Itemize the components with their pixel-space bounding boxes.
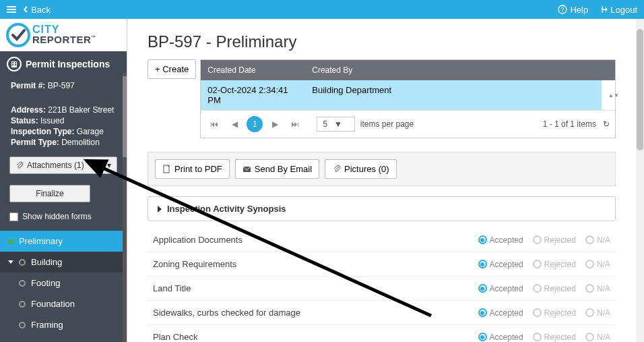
pager-info: 1 - 1 of 1 items [543,119,596,129]
radio-icon [585,308,594,317]
svg-rect-7 [15,64,16,65]
pager-next-icon[interactable]: ▶ [267,116,283,132]
option-rejected[interactable]: Rejected [533,235,576,245]
nav-framing[interactable]: Framing [0,314,127,335]
permit-info: Permit #: BP-597 [0,77,127,94]
checklist-label: Sidewalks, curbs checked for damage [153,308,478,318]
radio-icon [533,260,542,268]
svg-rect-5 [15,62,16,63]
status-ring-icon [19,259,26,266]
sidebar-header: Permit Inspections [0,51,127,77]
nav-foundation[interactable]: Foundation [0,293,127,314]
checklist-label: Plan Check [153,332,478,342]
option-na[interactable]: N/A [585,284,610,293]
radio-icon [533,284,542,293]
chevron-down-icon: ▾ [107,161,111,170]
email-button[interactable]: Send By Email [235,159,319,179]
checkbox-icon [9,212,18,221]
status-ring-icon [19,280,26,287]
radio-icon [533,333,542,341]
option-rejected[interactable]: Rejected [533,333,576,342]
pager-last-icon[interactable]: ⏭ [287,116,303,132]
svg-rect-6 [12,64,13,65]
menu-icon[interactable] [7,5,16,14]
logo-icon [5,22,31,48]
nav-footing[interactable]: Footing [0,273,127,293]
checklist-row: Application Documents Accepted Rejected … [148,228,616,252]
checklist-label: Land Title [153,283,478,293]
radio-icon [478,284,487,293]
table-row[interactable]: 02-Oct-2024 2:34:41 PM Building Departme… [201,80,615,110]
checklist-row: Land Title Accepted Rejected N/A [148,277,616,301]
back-button[interactable]: Back [23,5,51,15]
checklist: Application Documents Accepted Rejected … [148,228,616,342]
option-rejected[interactable]: Rejected [533,308,576,318]
page-size-select[interactable]: 5 ▼ [317,117,355,132]
pdf-icon [162,165,171,173]
checklist-row: Sidewalks, curbs checked for damage Acce… [148,301,616,325]
pager-prev-icon[interactable]: ◀ [226,116,243,132]
radio-icon [585,235,594,244]
synopsis-header[interactable]: Inspection Activity Synopsis [148,196,616,221]
nav-preliminary[interactable]: Preliminary [0,231,127,252]
table-pager: ⏮ ◀ 1 ▶ ⏭ 5 ▼ items per page 1 - 1 of 1 … [201,110,615,138]
topbar: Back ? Help Logout [0,0,644,19]
paperclip-icon [332,165,341,173]
checklist-label: Zoning Requirements [153,259,478,269]
radio-icon [533,308,542,317]
radio-icon [478,260,487,268]
option-accepted[interactable]: Accepted [478,260,523,269]
option-accepted[interactable]: Accepted [478,235,523,245]
option-na[interactable]: N/A [585,260,610,269]
table-header: Created Date Created By [201,60,615,80]
building-icon [7,57,22,72]
show-hidden-checkbox[interactable]: Show hidden forms [0,208,127,225]
caret-down-icon [8,260,13,264]
checklist-label: Application Documents [153,235,478,245]
status-ring-icon [19,322,26,329]
sidebar: CITY REPORTER™ Permit Inspections Permit… [0,19,127,342]
logout-icon [598,5,608,14]
radio-icon [585,284,594,293]
sidebar-nav: Preliminary Building Footing Foundation … [0,231,127,342]
finalize-button[interactable]: Finalize [9,185,90,202]
option-accepted[interactable]: Accepted [478,284,523,293]
status-dot-icon [8,239,13,244]
email-icon [243,165,251,173]
checklist-row: Plan Check Accepted Rejected N/A [148,325,616,342]
pager-first-icon[interactable]: ⏮ [206,116,222,132]
option-na[interactable]: N/A [585,308,610,318]
radio-icon [585,260,594,268]
content-scrollbar[interactable] [636,19,644,342]
nav-insulation[interactable]: Insulation [0,335,127,342]
option-accepted[interactable]: Accepted [478,308,523,318]
action-bar: Print to PDF Send By Email Pictures (0) [148,152,616,186]
radio-icon [478,333,487,341]
help-link[interactable]: ? Help [558,5,588,15]
status-ring-icon [19,301,26,308]
option-rejected[interactable]: Rejected [533,284,576,293]
radio-icon [533,235,542,244]
option-rejected[interactable]: Rejected [533,260,576,269]
checklist-row: Zoning Requirements Accepted Rejected N/… [148,252,616,277]
print-button[interactable]: Print to PDF [155,159,230,179]
help-icon: ? [558,5,567,14]
option-na[interactable]: N/A [585,333,610,342]
pictures-button[interactable]: Pictures (0) [325,159,396,179]
pager-current[interactable]: 1 [247,116,263,132]
refresh-icon[interactable]: ↻ [603,119,610,129]
create-button[interactable]: + Create [148,59,196,79]
logo: CITY REPORTER™ [0,19,127,51]
nav-building[interactable]: Building [0,252,127,273]
attachments-button[interactable]: Attachments (1) ▾ [9,156,117,174]
option-accepted[interactable]: Accepted [478,333,523,342]
option-na[interactable]: N/A [585,235,610,245]
records-table: Created Date Created By 02-Oct-2024 2:34… [200,59,616,138]
caret-right-icon [158,206,162,212]
svg-point-2 [7,24,29,46]
page-title: BP-597 - Preliminary [148,32,616,51]
logout-link[interactable]: Logout [598,5,637,15]
svg-rect-4 [12,62,13,63]
main-content: BP-597 - Preliminary + Create Created Da… [127,19,644,342]
chevron-left-icon [23,6,28,13]
